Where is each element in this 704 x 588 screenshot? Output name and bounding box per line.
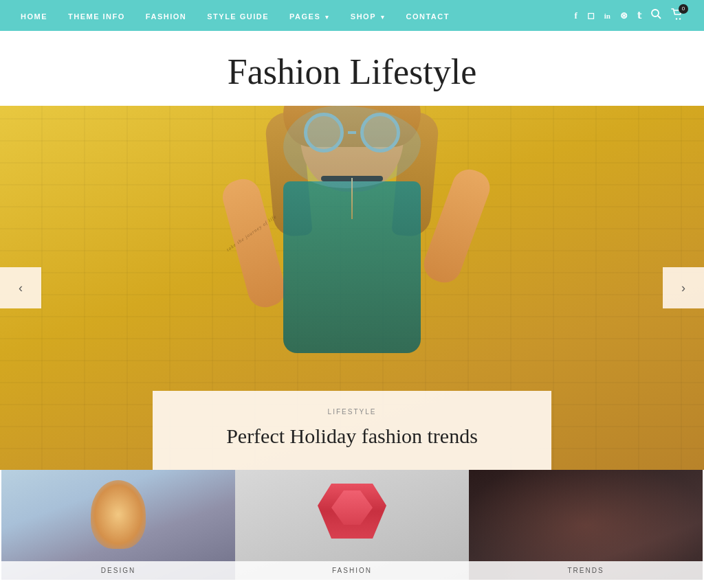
- tattoo-text: take the journey of life: [226, 214, 278, 252]
- thumb-fashion-label: FASHION: [235, 561, 469, 580]
- site-logo[interactable]: Fashion Lifestyle: [0, 31, 704, 106]
- nav-item-fashion[interactable]: FASHION: [146, 10, 186, 22]
- instagram-icon[interactable]: ◻: [587, 10, 595, 21]
- facebook-icon[interactable]: f: [574, 10, 577, 21]
- nav-link-shop[interactable]: SHOP ▾: [351, 12, 386, 21]
- shop-dropdown-arrow: ▾: [378, 14, 386, 21]
- nav-item-shop[interactable]: SHOP ▾: [351, 10, 386, 22]
- nav-links: HOME THEME INFO FASHION STYLE GUIDE PAGE…: [21, 10, 450, 22]
- nav-right: f ◻ in ⊛ 𝕥 0: [574, 8, 683, 23]
- hero-slider: take the journey of life ‹ › LIFESTYLE P…: [0, 106, 704, 470]
- thumb-trends-label: TRENDS: [469, 561, 703, 580]
- nav-link-contact[interactable]: CONTACT: [406, 12, 450, 21]
- linkedin-icon[interactable]: in: [604, 12, 610, 20]
- slider-next-button[interactable]: ›: [663, 267, 704, 308]
- svg-line-1: [658, 16, 661, 19]
- svg-point-2: [676, 18, 677, 19]
- pages-dropdown-arrow: ▾: [322, 14, 330, 21]
- thumb-trends[interactable]: TRENDS: [469, 470, 703, 580]
- thumb-design-label: DESIGN: [1, 561, 235, 580]
- nav-item-home[interactable]: HOME: [21, 10, 47, 22]
- nav-link-style-guide[interactable]: STYLE GUIDE: [207, 12, 269, 21]
- nav-item-contact[interactable]: CONTACT: [406, 10, 450, 22]
- slider-prev-button[interactable]: ‹: [0, 267, 41, 308]
- nav-item-theme-info[interactable]: THEME INFO: [68, 10, 125, 22]
- nav-item-style-guide[interactable]: STYLE GUIDE: [207, 10, 269, 22]
- caption-title: Perfect Holiday fashion trends: [180, 422, 524, 449]
- twitter-icon[interactable]: 𝕥: [637, 10, 641, 21]
- nav-link-pages[interactable]: PAGES ▾: [289, 12, 330, 21]
- nav-link-theme-info[interactable]: THEME INFO: [68, 12, 125, 21]
- thumb-fashion[interactable]: FASHION: [235, 470, 469, 580]
- nav-link-fashion[interactable]: FASHION: [146, 12, 186, 21]
- nav-item-pages[interactable]: PAGES ▾: [289, 10, 330, 22]
- category-thumbnails: DESIGN FASHION TRENDS: [0, 470, 704, 580]
- thumb-design[interactable]: DESIGN: [1, 470, 235, 580]
- cart-icon[interactable]: 0: [671, 8, 683, 23]
- search-icon[interactable]: [651, 9, 661, 22]
- pinterest-icon[interactable]: ⊛: [620, 10, 628, 21]
- slide-caption: LIFESTYLE Perfect Holiday fashion trends: [153, 391, 551, 470]
- cart-count-badge: 0: [679, 4, 688, 14]
- logo-text: Fashion Lifestyle: [228, 52, 477, 91]
- svg-point-0: [652, 10, 659, 16]
- main-nav: HOME THEME INFO FASHION STYLE GUIDE PAGE…: [0, 0, 704, 31]
- caption-category: LIFESTYLE: [180, 408, 524, 416]
- svg-point-3: [679, 18, 681, 19]
- nav-link-home[interactable]: HOME: [21, 12, 47, 21]
